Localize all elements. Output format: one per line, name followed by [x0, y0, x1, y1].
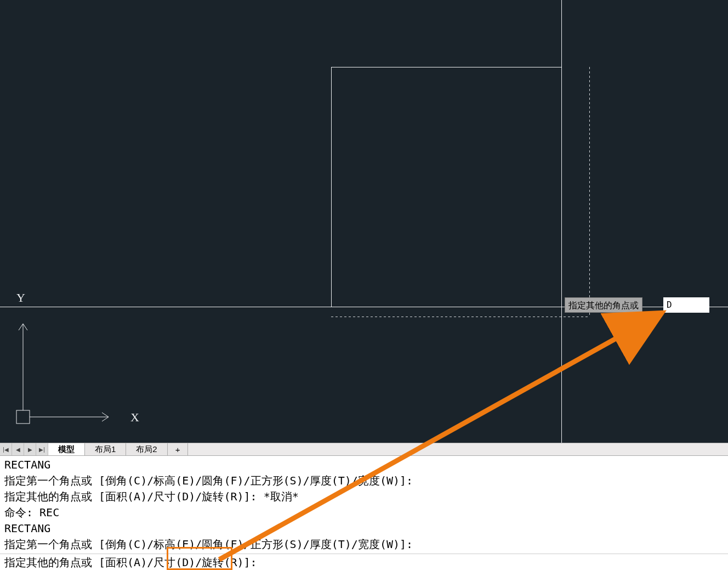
- command-history-line: 指定其他的角点或 [面积(A)/尺寸(D)/旋转(R)]: *取消*: [4, 489, 724, 505]
- crosshair-vertical: [561, 0, 562, 443]
- rectangle-edge-top: [331, 67, 561, 67]
- command-history-line: RECTANG: [4, 457, 724, 473]
- tab-nav-last[interactable]: ▶|: [36, 443, 48, 455]
- tab-nav-next[interactable]: ▶: [24, 443, 36, 455]
- ucs-icon: X Y: [15, 291, 152, 428]
- command-prompt: 指定其他的角点或 [面积(A)/尺寸(D)/旋转(R)]:: [4, 556, 257, 569]
- tab-model[interactable]: 模型: [48, 443, 85, 455]
- command-history-line: 命令: REC: [4, 505, 724, 521]
- tab-layout2[interactable]: 布局2: [126, 443, 167, 455]
- command-history-line: 指定第一个角点或 [倒角(C)/标高(E)/圆角(F)/正方形(S)/厚度(T)…: [4, 537, 724, 552]
- svg-rect-0: [16, 410, 30, 424]
- tab-nav-first[interactable]: |◀: [0, 443, 12, 455]
- drawing-canvas[interactable]: X Y 指定其他的角点或: [0, 0, 728, 443]
- ucs-y-label: Y: [16, 291, 25, 304]
- rectangle-rubberband-right: [589, 67, 590, 317]
- tab-layout1[interactable]: 布局1: [85, 443, 126, 455]
- command-history-line: 指定第一个角点或 [倒角(C)/标高(E)/圆角(F)/正方形(S)/厚度(T)…: [4, 473, 724, 489]
- dynamic-input[interactable]: [663, 297, 709, 313]
- ucs-x-label: X: [130, 410, 139, 424]
- tab-nav-prev[interactable]: ◀: [12, 443, 24, 455]
- command-history: RECTANG 指定第一个角点或 [倒角(C)/标高(E)/圆角(F)/正方形(…: [0, 456, 728, 554]
- command-history-line: RECTANG: [4, 521, 724, 537]
- tab-add-button[interactable]: +: [168, 443, 189, 455]
- rectangle-rubberband-bottom: [331, 317, 589, 317]
- dynamic-prompt-label: 指定其他的角点或: [565, 297, 642, 313]
- rectangle-edge-left: [331, 67, 332, 307]
- layout-tab-strip: |◀ ◀ ▶ ▶| 模型 布局1 布局2 +: [0, 443, 728, 456]
- command-line[interactable]: 指定其他的角点或 [面积(A)/尺寸(D)/旋转(R)]:: [0, 554, 728, 570]
- command-input[interactable]: [264, 554, 483, 570]
